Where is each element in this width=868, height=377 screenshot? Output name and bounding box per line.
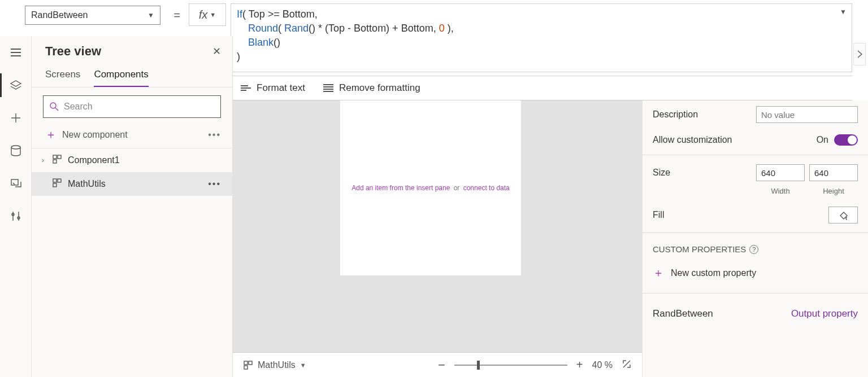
- advanced-rail-button[interactable]: [0, 200, 32, 233]
- hamburger-icon: [11, 49, 21, 56]
- left-rail: [0, 36, 32, 377]
- zoom-in-button[interactable]: +: [576, 358, 583, 371]
- more-icon[interactable]: •••: [208, 130, 221, 140]
- hamburger-button[interactable]: [0, 36, 32, 69]
- close-tree-button[interactable]: ✕: [212, 45, 221, 58]
- tree-item-mathutils[interactable]: MathUtils •••: [32, 172, 232, 196]
- svg-rect-7: [53, 160, 57, 163]
- sliders-icon: [10, 210, 22, 222]
- tree-view-title: Tree view: [45, 44, 101, 59]
- plus-icon: ＋: [45, 127, 57, 142]
- chevron-down-icon: ▼: [210, 11, 216, 18]
- canvas-hint-insert[interactable]: Add an item from the insert pane: [351, 184, 450, 192]
- chevron-right-icon: [854, 49, 865, 59]
- new-component-label: New component: [62, 130, 128, 140]
- svg-rect-6: [58, 155, 61, 159]
- height-input[interactable]: [809, 164, 858, 181]
- tab-screens[interactable]: Screens: [45, 65, 80, 87]
- component-canvas[interactable]: Add an item from the insert pane or conn…: [340, 100, 521, 275]
- data-rail-button[interactable]: [0, 134, 32, 167]
- format-toolbar: Format text Remove formatting: [233, 76, 852, 100]
- svg-rect-10: [53, 183, 57, 187]
- new-custom-property-button[interactable]: ＋ New custom property: [643, 256, 868, 290]
- svg-point-0: [11, 146, 20, 149]
- format-text-label: Format text: [257, 82, 305, 94]
- svg-rect-8: [53, 179, 57, 182]
- layers-icon: [10, 79, 22, 91]
- fill-label: Fill: [653, 210, 828, 220]
- svg-rect-5: [53, 155, 57, 159]
- zoom-slider-thumb[interactable]: [477, 361, 480, 370]
- fill-color-picker[interactable]: [828, 207, 858, 223]
- remove-formatting-icon: [323, 84, 333, 92]
- format-text-icon: [241, 85, 251, 91]
- formula-expand-button[interactable]: [853, 43, 866, 65]
- tree-search-input[interactable]: Search: [43, 95, 221, 118]
- width-input[interactable]: [756, 164, 805, 181]
- tree-view-rail-button[interactable]: [0, 69, 32, 102]
- fx-button[interactable]: fx▼: [189, 3, 226, 26]
- new-component-button[interactable]: ＋ New component •••: [32, 124, 232, 148]
- plus-icon: ＋: [653, 265, 664, 280]
- size-label: Size: [653, 168, 756, 178]
- database-icon: [10, 144, 22, 157]
- height-sublabel: Height: [809, 187, 858, 195]
- tree-item-label: MathUtils: [68, 179, 106, 189]
- custom-properties-header: CUSTOM PROPERTIES: [653, 244, 746, 254]
- custom-property-kind: Output property: [791, 308, 858, 319]
- custom-property-item[interactable]: RandBetween Output property: [643, 297, 868, 331]
- search-icon: [49, 102, 59, 112]
- remove-formatting-button[interactable]: Remove formatting: [323, 82, 420, 94]
- fullscreen-button[interactable]: [622, 359, 632, 371]
- info-icon[interactable]: ?: [749, 245, 758, 254]
- description-input[interactable]: [756, 106, 858, 123]
- insert-rail-button[interactable]: [0, 102, 32, 134]
- canvas-selection-label: MathUtils: [258, 360, 296, 370]
- component-icon: [52, 178, 63, 190]
- fx-icon: fx: [199, 8, 208, 21]
- plus-icon: [10, 112, 22, 124]
- paint-bucket-icon: [838, 210, 848, 220]
- equals-label: =: [168, 6, 185, 25]
- zoom-slider[interactable]: [454, 365, 567, 366]
- format-text-button[interactable]: Format text: [241, 82, 305, 94]
- chevron-down-icon: ▼: [300, 362, 306, 369]
- chevron-down-icon: ▼: [147, 11, 154, 19]
- zoom-out-button[interactable]: −: [438, 358, 445, 372]
- width-sublabel: Width: [756, 187, 805, 195]
- property-selector[interactable]: RandBetween ▼: [25, 6, 160, 25]
- component-icon: [243, 360, 253, 370]
- svg-rect-12: [249, 361, 252, 365]
- description-label: Description: [653, 109, 756, 120]
- allow-customization-toggle[interactable]: [834, 134, 858, 146]
- formula-editor[interactable]: If( Top >= Bottom, Round( Rand() * (Top …: [231, 3, 852, 72]
- tree-item-label: Component1: [68, 155, 120, 165]
- svg-point-4: [50, 103, 56, 108]
- properties-panel: Description Allow customization On Size …: [642, 100, 868, 377]
- component-icon: [52, 154, 63, 166]
- svg-rect-11: [244, 361, 248, 365]
- zoom-value: 40 %: [592, 360, 613, 370]
- formula-collapse-chevron[interactable]: ▼: [840, 8, 847, 16]
- custom-property-name: RandBetween: [653, 308, 791, 319]
- canvas-footer: MathUtils ▼ − + 40 %: [233, 352, 642, 377]
- media-icon: [10, 177, 22, 190]
- expand-icon: [622, 359, 632, 369]
- canvas-area[interactable]: Add an item from the insert pane or conn…: [233, 100, 642, 352]
- allow-customization-value: On: [817, 135, 828, 145]
- canvas-hint-or: or: [452, 184, 461, 192]
- more-icon[interactable]: •••: [208, 179, 221, 189]
- allow-customization-label: Allow customization: [653, 135, 817, 145]
- tab-components[interactable]: Components: [94, 65, 148, 87]
- canvas-selection-dropdown[interactable]: MathUtils ▼: [243, 360, 306, 370]
- remove-formatting-label: Remove formatting: [339, 82, 420, 94]
- svg-rect-13: [244, 366, 248, 369]
- new-custom-property-label: New custom property: [671, 268, 756, 278]
- media-rail-button[interactable]: [0, 167, 32, 200]
- canvas-hint-connect[interactable]: connect to data: [463, 184, 510, 192]
- svg-rect-9: [58, 179, 61, 182]
- property-selector-value: RandBetween: [31, 10, 88, 20]
- tree-item-component1[interactable]: › Component1: [32, 148, 232, 172]
- chevron-right-icon[interactable]: ›: [38, 156, 47, 164]
- tree-view-panel: Tree view ✕ Screens Components Search ＋ …: [32, 36, 233, 377]
